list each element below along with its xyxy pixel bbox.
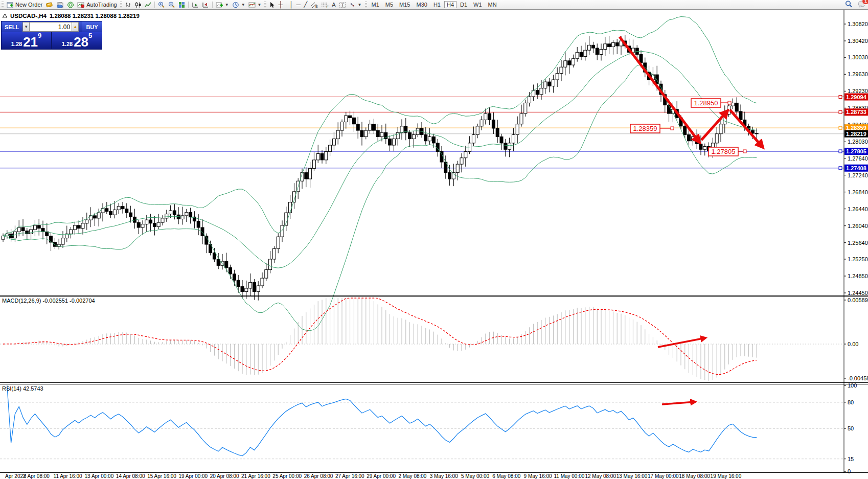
periods-button[interactable]: ▼ <box>231 1 247 9</box>
buy-button[interactable]: BUY <box>82 21 102 32</box>
trendline-icon: ╱ <box>304 2 307 8</box>
volume-control: ▼ ▲ <box>22 22 82 32</box>
candle-body <box>464 151 467 157</box>
timeframe-button-m15[interactable]: M15 <box>397 1 413 8</box>
candle-body <box>532 90 535 97</box>
level-anchor-handle[interactable] <box>839 96 842 99</box>
rsi-indicator-label: RSI(14) 42.5743 <box>2 385 43 392</box>
buy-price[interactable]: 1.28 28 5 <box>52 32 102 49</box>
autotrading-label: AutoTrading <box>86 2 117 8</box>
date-label: 19 Apr 00:00 <box>178 473 208 479</box>
callout-anchor-handle[interactable] <box>728 101 731 104</box>
timeframe-button-w1[interactable]: W1 <box>471 1 485 8</box>
zoom-in-button[interactable] <box>156 1 167 9</box>
cursor-tool-button[interactable] <box>268 1 277 9</box>
timeframe-button-h1[interactable]: H1 <box>431 1 443 8</box>
candle-body <box>488 113 491 120</box>
candle-body <box>480 120 483 126</box>
text-label-icon: T <box>339 2 346 8</box>
candle-body <box>739 111 742 120</box>
timeframe-button-m30[interactable]: M30 <box>414 1 429 8</box>
auto-scroll-button[interactable] <box>190 1 200 9</box>
zoom-out-button[interactable] <box>167 1 177 9</box>
level-anchor-handle[interactable] <box>839 110 842 113</box>
candle-body <box>360 130 363 136</box>
price-tick-label: 1.27240 <box>848 172 868 178</box>
tile-windows-button[interactable] <box>177 1 187 9</box>
date-label: 5 May 00:00 <box>461 473 489 479</box>
toolbar-separator <box>188 2 189 8</box>
candle-body <box>655 75 658 84</box>
volume-increase-button[interactable]: ▲ <box>72 22 79 32</box>
toolbar-separator <box>212 2 213 8</box>
arrows-tool-button[interactable]: ▼ <box>348 1 363 9</box>
candle-body <box>41 229 44 232</box>
callout-anchor-handle[interactable] <box>671 127 674 130</box>
collapse-panel-icon[interactable] <box>3 13 7 19</box>
sell-button[interactable]: SELL <box>2 21 22 32</box>
metaeditor-button[interactable] <box>44 1 55 9</box>
templates-button[interactable]: ▼ <box>247 1 263 9</box>
level-anchor-handle[interactable] <box>839 167 842 170</box>
candle-body <box>245 288 248 292</box>
date-label: 11 May 00:00 <box>554 473 584 479</box>
bar-chart-button[interactable] <box>124 1 133 9</box>
rsi-tick-label: 15 <box>848 456 854 462</box>
volume-decrease-button[interactable]: ▼ <box>22 22 30 32</box>
date-label: 18 May 08:00 <box>679 473 710 479</box>
line-chart-button[interactable] <box>143 1 153 9</box>
trendline-tool-button[interactable]: ╱ <box>302 1 309 9</box>
candle-body <box>89 216 93 220</box>
fibonacci-tool-button[interactable]: F <box>319 1 330 9</box>
candlestick-chart-button[interactable] <box>133 1 143 9</box>
timeframe-button-h4[interactable]: H4 <box>444 1 456 8</box>
price-tick-label: 1.26840 <box>848 189 868 195</box>
globe-button[interactable] <box>65 1 76 9</box>
date-label: 15 Apr 16:00 <box>147 473 176 479</box>
vertical-line-tool-button[interactable]: │ <box>288 1 295 9</box>
text-tool-button[interactable]: A <box>330 1 337 9</box>
candle-body <box>608 44 611 47</box>
level-anchor-handle[interactable] <box>839 126 842 129</box>
callout-anchor-handle[interactable] <box>743 150 746 153</box>
date-label: 14 Apr 08:00 <box>116 473 145 479</box>
candle-body <box>540 88 543 95</box>
candle-body <box>369 124 372 130</box>
candle-body <box>26 231 29 234</box>
search-icon[interactable] <box>845 1 853 9</box>
level-price-tag-label: 1.28359 <box>846 125 866 131</box>
timeframe-button-mn[interactable]: MN <box>486 1 499 8</box>
horizontal-line-tool-button[interactable]: ─ <box>295 1 303 9</box>
candle-body <box>448 173 451 179</box>
price-tick-label: 1.29630 <box>848 71 868 77</box>
candle-body <box>476 126 479 135</box>
text-label-tool-button[interactable]: T <box>337 1 348 9</box>
crosshair-tool-button[interactable]: ┼ <box>277 1 284 9</box>
level-anchor-handle[interactable] <box>839 150 842 153</box>
candle-body <box>161 218 164 222</box>
candle-body <box>93 216 96 218</box>
candle-body <box>241 287 244 292</box>
documents-button[interactable] <box>55 1 65 9</box>
sell-price[interactable]: 1.28 21 9 <box>2 32 51 49</box>
timeframe-button-d1[interactable]: D1 <box>458 1 470 8</box>
one-click-trading-panel: SELL ▼ ▲ BUY 1.28 21 9 1.28 28 5 <box>1 21 102 50</box>
toolbar-grip <box>120 2 122 8</box>
candle-body <box>233 274 236 280</box>
chat-button[interactable]: 1 <box>858 1 866 9</box>
candle-body <box>117 207 120 210</box>
toolbar-grip <box>2 2 4 8</box>
chart-shift-button[interactable] <box>200 1 211 9</box>
timeframe-button-m1[interactable]: M1 <box>369 1 382 8</box>
rsi-tick-label: 80 <box>848 399 854 405</box>
candle-body <box>512 134 515 143</box>
svg-text:T: T <box>341 3 344 8</box>
new-order-button[interactable]: New Order <box>5 1 44 9</box>
equidistant-channel-tool-button[interactable]: E <box>309 1 319 9</box>
volume-input[interactable] <box>30 22 72 32</box>
date-label: 19 May 16:00 <box>711 473 742 479</box>
autotrading-button[interactable]: AutoTrading <box>76 1 119 9</box>
timeframe-button-m5[interactable]: M5 <box>383 1 396 8</box>
candle-body <box>129 213 132 217</box>
indicators-button[interactable]: ▼ <box>214 1 231 9</box>
